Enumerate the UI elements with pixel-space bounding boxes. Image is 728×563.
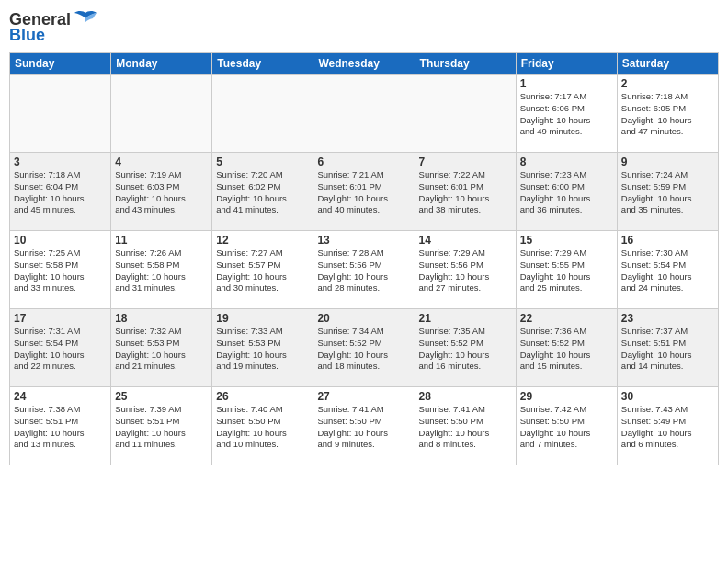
calendar-day: 20Sunrise: 7:34 AMSunset: 5:52 PMDayligh… xyxy=(313,309,415,387)
calendar-week-row: 24Sunrise: 7:38 AMSunset: 5:51 PMDayligh… xyxy=(10,387,719,465)
day-number: 8 xyxy=(520,155,613,168)
day-info: Sunrise: 7:29 AMSunset: 5:55 PMDaylight:… xyxy=(520,247,613,294)
day-info: Sunrise: 7:19 AMSunset: 6:03 PMDaylight:… xyxy=(115,169,208,216)
day-number: 22 xyxy=(520,312,613,325)
day-info: Sunrise: 7:43 AMSunset: 5:49 PMDaylight:… xyxy=(621,404,714,451)
day-info: Sunrise: 7:27 AMSunset: 5:57 PMDaylight:… xyxy=(216,247,309,294)
day-info: Sunrise: 7:37 AMSunset: 5:51 PMDaylight:… xyxy=(621,326,714,373)
header: General Blue xyxy=(9,9,719,45)
day-number: 19 xyxy=(216,312,309,325)
day-info: Sunrise: 7:42 AMSunset: 5:50 PMDaylight:… xyxy=(520,404,613,451)
calendar-day: 24Sunrise: 7:38 AMSunset: 5:51 PMDayligh… xyxy=(10,387,111,465)
calendar-day: 9Sunrise: 7:24 AMSunset: 5:59 PMDaylight… xyxy=(617,153,718,231)
day-info: Sunrise: 7:30 AMSunset: 5:54 PMDaylight:… xyxy=(621,247,714,294)
calendar-day: 17Sunrise: 7:31 AMSunset: 5:54 PMDayligh… xyxy=(10,309,111,387)
day-info: Sunrise: 7:40 AMSunset: 5:50 PMDaylight:… xyxy=(216,404,309,451)
calendar-day: 3Sunrise: 7:18 AMSunset: 6:04 PMDaylight… xyxy=(10,153,111,231)
day-info: Sunrise: 7:39 AMSunset: 5:51 PMDaylight:… xyxy=(115,404,208,451)
day-number: 15 xyxy=(520,234,613,247)
day-number: 16 xyxy=(621,234,714,247)
calendar-day xyxy=(212,75,313,153)
calendar-week-row: 3Sunrise: 7:18 AMSunset: 6:04 PMDaylight… xyxy=(10,153,719,231)
calendar-day: 22Sunrise: 7:36 AMSunset: 5:52 PMDayligh… xyxy=(516,309,617,387)
calendar-day: 4Sunrise: 7:19 AMSunset: 6:03 PMDaylight… xyxy=(111,153,212,231)
col-sunday: Sunday xyxy=(10,53,111,75)
calendar-day: 19Sunrise: 7:33 AMSunset: 5:53 PMDayligh… xyxy=(212,309,313,387)
day-number: 1 xyxy=(520,77,613,90)
col-friday: Friday xyxy=(516,53,617,75)
calendar-day: 25Sunrise: 7:39 AMSunset: 5:51 PMDayligh… xyxy=(111,387,212,465)
calendar-day: 23Sunrise: 7:37 AMSunset: 5:51 PMDayligh… xyxy=(617,309,718,387)
calendar-day: 21Sunrise: 7:35 AMSunset: 5:52 PMDayligh… xyxy=(415,309,516,387)
day-info: Sunrise: 7:26 AMSunset: 5:58 PMDaylight:… xyxy=(115,247,208,294)
calendar-day xyxy=(10,75,111,153)
day-info: Sunrise: 7:20 AMSunset: 6:02 PMDaylight:… xyxy=(216,169,309,216)
day-number: 12 xyxy=(216,234,309,247)
day-number: 17 xyxy=(14,312,107,325)
calendar-day: 7Sunrise: 7:22 AMSunset: 6:01 PMDaylight… xyxy=(415,153,516,231)
logo-bird-icon xyxy=(73,9,98,29)
calendar-day xyxy=(415,75,516,153)
day-info: Sunrise: 7:25 AMSunset: 5:58 PMDaylight:… xyxy=(14,247,107,294)
day-info: Sunrise: 7:33 AMSunset: 5:53 PMDaylight:… xyxy=(216,326,309,373)
day-number: 5 xyxy=(216,155,309,168)
day-info: Sunrise: 7:35 AMSunset: 5:52 PMDaylight:… xyxy=(419,326,512,373)
calendar-week-row: 10Sunrise: 7:25 AMSunset: 5:58 PMDayligh… xyxy=(10,231,719,309)
calendar: Sunday Monday Tuesday Wednesday Thursday… xyxy=(9,52,719,465)
calendar-day: 10Sunrise: 7:25 AMSunset: 5:58 PMDayligh… xyxy=(10,231,111,309)
calendar-day xyxy=(111,75,212,153)
calendar-day: 16Sunrise: 7:30 AMSunset: 5:54 PMDayligh… xyxy=(617,231,718,309)
logo: General Blue xyxy=(9,9,98,45)
day-number: 23 xyxy=(621,312,714,325)
calendar-day: 1Sunrise: 7:17 AMSunset: 6:06 PMDaylight… xyxy=(516,75,617,153)
day-number: 3 xyxy=(14,155,107,168)
day-number: 11 xyxy=(115,234,208,247)
calendar-day: 30Sunrise: 7:43 AMSunset: 5:49 PMDayligh… xyxy=(617,387,718,465)
col-saturday: Saturday xyxy=(617,53,718,75)
calendar-day: 28Sunrise: 7:41 AMSunset: 5:50 PMDayligh… xyxy=(415,387,516,465)
calendar-week-row: 1Sunrise: 7:17 AMSunset: 6:06 PMDaylight… xyxy=(10,75,719,153)
col-tuesday: Tuesday xyxy=(212,53,313,75)
page: General Blue Sunday Monday Tuesday Wedne… xyxy=(0,0,728,563)
day-number: 13 xyxy=(317,234,410,247)
day-info: Sunrise: 7:22 AMSunset: 6:01 PMDaylight:… xyxy=(419,169,512,216)
calendar-week-row: 17Sunrise: 7:31 AMSunset: 5:54 PMDayligh… xyxy=(10,309,719,387)
day-info: Sunrise: 7:23 AMSunset: 6:00 PMDaylight:… xyxy=(520,169,613,216)
day-number: 25 xyxy=(115,390,208,403)
day-number: 30 xyxy=(621,390,714,403)
calendar-day: 2Sunrise: 7:18 AMSunset: 6:05 PMDaylight… xyxy=(617,75,718,153)
calendar-day: 15Sunrise: 7:29 AMSunset: 5:55 PMDayligh… xyxy=(516,231,617,309)
day-number: 7 xyxy=(419,155,512,168)
day-number: 2 xyxy=(621,77,714,90)
day-number: 10 xyxy=(14,234,107,247)
day-info: Sunrise: 7:18 AMSunset: 6:04 PMDaylight:… xyxy=(14,169,107,216)
day-number: 26 xyxy=(216,390,309,403)
calendar-day: 14Sunrise: 7:29 AMSunset: 5:56 PMDayligh… xyxy=(415,231,516,309)
day-number: 24 xyxy=(14,390,107,403)
day-number: 28 xyxy=(419,390,512,403)
col-wednesday: Wednesday xyxy=(313,53,415,75)
day-number: 21 xyxy=(419,312,512,325)
day-info: Sunrise: 7:34 AMSunset: 5:52 PMDaylight:… xyxy=(317,326,410,373)
calendar-day: 18Sunrise: 7:32 AMSunset: 5:53 PMDayligh… xyxy=(111,309,212,387)
col-monday: Monday xyxy=(111,53,212,75)
day-info: Sunrise: 7:24 AMSunset: 5:59 PMDaylight:… xyxy=(621,169,714,216)
day-info: Sunrise: 7:36 AMSunset: 5:52 PMDaylight:… xyxy=(520,326,613,373)
calendar-header-row: Sunday Monday Tuesday Wednesday Thursday… xyxy=(10,53,719,75)
day-number: 14 xyxy=(419,234,512,247)
calendar-day: 8Sunrise: 7:23 AMSunset: 6:00 PMDaylight… xyxy=(516,153,617,231)
day-number: 9 xyxy=(621,155,714,168)
day-info: Sunrise: 7:41 AMSunset: 5:50 PMDaylight:… xyxy=(419,404,512,451)
day-number: 6 xyxy=(317,155,410,168)
calendar-day: 5Sunrise: 7:20 AMSunset: 6:02 PMDaylight… xyxy=(212,153,313,231)
day-info: Sunrise: 7:41 AMSunset: 5:50 PMDaylight:… xyxy=(317,404,410,451)
calendar-day: 29Sunrise: 7:42 AMSunset: 5:50 PMDayligh… xyxy=(516,387,617,465)
logo-blue: Blue xyxy=(9,26,45,45)
calendar-day: 11Sunrise: 7:26 AMSunset: 5:58 PMDayligh… xyxy=(111,231,212,309)
day-number: 4 xyxy=(115,155,208,168)
day-info: Sunrise: 7:32 AMSunset: 5:53 PMDaylight:… xyxy=(115,326,208,373)
day-info: Sunrise: 7:18 AMSunset: 6:05 PMDaylight:… xyxy=(621,91,714,138)
calendar-day: 13Sunrise: 7:28 AMSunset: 5:56 PMDayligh… xyxy=(313,231,415,309)
calendar-day: 6Sunrise: 7:21 AMSunset: 6:01 PMDaylight… xyxy=(313,153,415,231)
day-info: Sunrise: 7:28 AMSunset: 5:56 PMDaylight:… xyxy=(317,247,410,294)
